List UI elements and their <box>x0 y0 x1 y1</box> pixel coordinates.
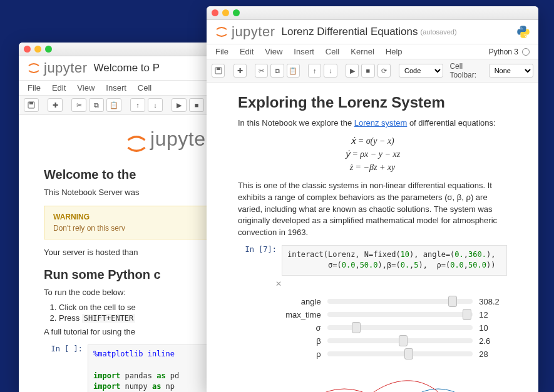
jupyter-logo[interactable]: jupyter <box>214 24 275 40</box>
svg-point-3 <box>525 36 526 38</box>
slider-thumb[interactable] <box>463 309 471 320</box>
menubar: File Edit View Insert Cell Kernel Help P… <box>207 44 538 59</box>
slider-row-σ: σ10 <box>282 323 507 333</box>
input-prompt: In [ ]: <box>44 344 88 392</box>
notebook-title[interactable]: Lorenz Differential Equations <box>282 26 418 38</box>
slider-label: max_time <box>282 310 321 319</box>
slider-label: ρ <box>282 349 321 359</box>
menu-edit[interactable]: Edit <box>52 83 66 93</box>
run-button[interactable]: ▶ <box>172 98 187 112</box>
cell-type-select[interactable]: Code <box>399 64 443 78</box>
autosave-status: (autosaved) <box>421 28 457 36</box>
slider-value: 2.6 <box>479 336 507 346</box>
menu-file[interactable]: File <box>28 83 41 93</box>
paste-button[interactable]: 📋 <box>287 64 300 78</box>
slider-row-max_time: max_time12 <box>282 310 507 319</box>
slider-value: 308.2 <box>479 297 507 306</box>
move-up-button[interactable]: ↑ <box>130 98 145 112</box>
slider-label: β <box>282 336 321 346</box>
slider-thumb[interactable] <box>399 335 408 346</box>
move-down-button[interactable]: ↓ <box>148 98 163 112</box>
save-button[interactable] <box>24 98 39 112</box>
save-button[interactable] <box>212 64 225 78</box>
slider-track[interactable] <box>327 338 473 343</box>
slider-thumb[interactable] <box>404 348 413 359</box>
move-up-button[interactable]: ↑ <box>308 64 321 78</box>
toolbar: ✚ ✂ ⧉ 📋 ↑ ↓ ▶ ■ ⟳ Code Cell Toolbar: Non… <box>207 59 538 83</box>
menu-insert[interactable]: Insert <box>294 47 314 56</box>
slider-row-angle: angle308.2 <box>282 297 507 306</box>
slider-value: 10 <box>479 323 507 333</box>
menu-kernel[interactable]: Kernel <box>351 47 374 56</box>
equations: ẋ = σ(y − x) ẏ = ρx − y − xz ż = −βz + x… <box>238 134 507 174</box>
svg-rect-1 <box>29 102 33 104</box>
cell-toolbar-label: Cell Toolbar: <box>449 62 486 79</box>
add-cell-button[interactable]: ✚ <box>48 98 63 112</box>
slider-row-ρ: ρ28 <box>282 349 507 359</box>
slider-value: 28 <box>479 349 507 359</box>
menu-cell[interactable]: Cell <box>326 47 339 56</box>
content: Exploring the Lorenz System In this Note… <box>207 83 538 392</box>
move-down-button[interactable]: ↓ <box>324 64 337 78</box>
run-button[interactable]: ▶ <box>346 64 359 78</box>
slider-track[interactable] <box>327 325 473 330</box>
slider-label: σ <box>282 323 321 333</box>
python-icon <box>516 24 531 39</box>
cut-button[interactable]: ✂ <box>255 64 268 78</box>
slider-track[interactable] <box>327 299 473 304</box>
slider-value: 12 <box>479 310 507 319</box>
cell-toolbar-select[interactable]: None <box>489 64 533 78</box>
menu-edit[interactable]: Edit <box>240 47 254 56</box>
notebook-title[interactable]: Welcome to P <box>94 62 160 74</box>
add-cell-button[interactable]: ✚ <box>233 64 247 78</box>
foreground-window: jupyter Lorenz Differential Equations (a… <box>207 6 538 392</box>
page-title: Exploring the Lorenz System <box>238 94 507 111</box>
lorenz-link[interactable]: Lorenz system <box>354 118 408 128</box>
header: jupyter Lorenz Differential Equations (a… <box>207 20 538 44</box>
menu-cell[interactable]: Cell <box>138 83 151 93</box>
logo-text: jupyter <box>44 60 88 76</box>
svg-rect-5 <box>217 68 220 70</box>
lorenz-plot <box>275 370 507 392</box>
svg-point-2 <box>521 27 522 28</box>
menu-view[interactable]: View <box>265 47 282 56</box>
jupyter-logo[interactable]: jupyter <box>26 60 88 76</box>
svg-point-6 <box>300 389 388 392</box>
slider-track[interactable] <box>327 351 473 356</box>
code-input[interactable]: interact(Lorenz, N=fixed(10), angle=(0.,… <box>282 245 507 276</box>
code-cell[interactable]: In [7]: interact(Lorenz, N=fixed(10), an… <box>238 245 507 276</box>
menu-help[interactable]: Help <box>386 47 403 56</box>
minimize-dot[interactable] <box>222 9 229 16</box>
widget-close-icon[interactable]: ✕ <box>275 279 507 288</box>
maximize-dot[interactable] <box>233 9 240 16</box>
paste-button[interactable]: 📋 <box>106 98 121 112</box>
copy-button[interactable]: ⧉ <box>270 64 284 78</box>
minimize-dot[interactable] <box>34 46 41 53</box>
menu-view[interactable]: View <box>77 83 95 93</box>
close-dot[interactable] <box>24 46 31 53</box>
titlebar <box>207 6 538 20</box>
stop-button[interactable]: ■ <box>361 64 374 78</box>
slider-label: angle <box>282 297 321 306</box>
stop-button[interactable]: ■ <box>189 98 204 112</box>
description-paragraph: This is one of the classic systems in no… <box>238 180 507 239</box>
menu-file[interactable]: File <box>215 47 228 56</box>
slider-track[interactable] <box>327 312 473 317</box>
close-dot[interactable] <box>212 9 218 16</box>
slider-thumb[interactable] <box>352 322 361 333</box>
widget-panel: angle308.2max_time12σ10β2.6ρ28 <box>282 297 507 359</box>
restart-button[interactable]: ⟳ <box>377 64 391 78</box>
menu-insert[interactable]: Insert <box>106 83 126 93</box>
logo-text: jupyter <box>232 24 275 40</box>
intro-paragraph: In this Notebook we explore the Lorenz s… <box>238 118 507 129</box>
maximize-dot[interactable] <box>45 46 52 53</box>
copy-button[interactable]: ⧉ <box>89 98 104 112</box>
cut-button[interactable]: ✂ <box>71 98 86 112</box>
input-prompt: In [7]: <box>238 245 282 276</box>
slider-thumb[interactable] <box>448 296 457 307</box>
slider-row-β: β2.6 <box>282 336 507 346</box>
kernel-indicator[interactable]: Python 3 <box>489 48 530 56</box>
kernel-status-icon <box>522 48 530 56</box>
